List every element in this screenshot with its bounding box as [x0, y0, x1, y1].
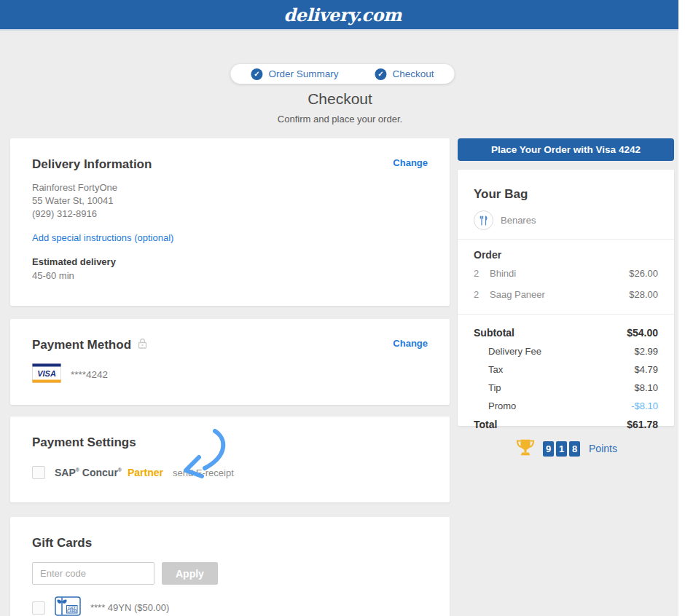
restaurant-name: Benares — [501, 215, 536, 226]
promo-value: -$8.10 — [631, 400, 658, 411]
divider — [458, 239, 674, 240]
masked-card-number: ****4242 — [71, 369, 108, 380]
trophy-icon — [514, 436, 536, 461]
step-label: Checkout — [392, 68, 434, 79]
fee-label: Tax — [474, 364, 634, 375]
place-order-button[interactable]: Place Your Order with Visa 4242 — [458, 138, 674, 161]
gift-icon-line2: CARD — [67, 609, 77, 613]
address-street: 55 Water St, 10041 — [32, 194, 428, 208]
address-phone: (929) 312-8916 — [32, 208, 428, 221]
gift-card-checkbox[interactable] — [32, 601, 45, 615]
change-payment-link[interactable]: Change — [393, 338, 428, 349]
visa-wordmark: VISA — [37, 369, 56, 378]
check-circle-icon: ✓ — [375, 68, 386, 80]
lock-icon — [138, 338, 147, 352]
add-special-instructions-link[interactable]: Add special instructions (optional) — [32, 232, 428, 243]
subtotal-label: Subtotal — [474, 327, 627, 339]
partner-word: Partner — [128, 467, 163, 478]
ereceipt-checkbox[interactable] — [32, 466, 45, 479]
points-digit: 9 — [543, 441, 554, 457]
gift-code-input[interactable] — [32, 562, 154, 585]
annotation-arrow-icon — [177, 427, 237, 491]
points-widget: 9 1 8 Points — [458, 433, 674, 465]
subtotal-row: Subtotal $54.00 — [474, 323, 658, 342]
item-quantity: 2 — [474, 289, 483, 300]
tip-row: Tip $8.10 — [474, 379, 658, 397]
gift-cards-title: Gift Cards — [32, 536, 428, 550]
visa-card-icon: VISA — [32, 363, 61, 386]
item-name: Saag Paneer — [490, 289, 629, 300]
points-counter: 9 1 8 — [543, 441, 580, 457]
delivery-information-card: Delivery Information Change Rainforest F… — [10, 138, 450, 306]
step-order-summary[interactable]: ✓ Order Summary — [251, 68, 338, 80]
fee-value: $8.10 — [634, 382, 658, 393]
item-price: $26.00 — [629, 268, 658, 279]
gift-card-icon: GIFT CARD — [55, 596, 81, 616]
brand-logo[interactable]: delivery.com — [283, 4, 402, 25]
points-digit: 8 — [569, 441, 580, 457]
fee-label: Delivery Fee — [474, 346, 634, 357]
gift-card-masked-label: **** 49YN ($50.00) — [90, 602, 169, 613]
fee-value: $4.79 — [634, 364, 658, 375]
page-right-gutter — [678, 0, 685, 616]
change-delivery-link[interactable]: Change — [393, 157, 428, 168]
total-label: Total — [474, 419, 627, 430]
delivery-information-title: Delivery Information — [32, 157, 152, 172]
step-checkout[interactable]: ✓ Checkout — [375, 68, 434, 80]
total-row: Total $61.78 — [474, 415, 658, 434]
fee-value: $2.99 — [634, 346, 658, 357]
item-price: $28.00 — [629, 289, 658, 300]
delivery-address: Rainforest FortyOne 55 Water St, 10041 (… — [32, 181, 428, 221]
tax-row: Tax $4.79 — [474, 360, 658, 379]
item-name: Bhindi — [490, 268, 629, 279]
payment-method-card: Payment Method Change VISA ****4242 — [10, 319, 450, 405]
gift-cards-card: Gift Cards Apply GIFT CARD **** 49YN ($5… — [10, 517, 450, 616]
total-value: $61.78 — [627, 419, 658, 430]
check-circle-icon: ✓ — [251, 68, 262, 80]
concur-word: Concur — [82, 467, 118, 478]
order-item-row: 2 Bhindi $26.00 — [474, 263, 658, 284]
page-subtitle: Confirm and place your order. — [0, 114, 680, 125]
estimated-delivery-label: Estimated delivery — [32, 256, 428, 267]
delivery-fee-row: Delivery Fee $2.99 — [474, 342, 658, 360]
order-section-label: Order — [474, 249, 658, 261]
page-title: Checkout — [0, 90, 680, 108]
estimated-delivery-value: 45-60 min — [32, 270, 428, 281]
your-bag-title: Your Bag — [474, 187, 658, 202]
divider — [458, 314, 674, 315]
points-label[interactable]: Points — [589, 443, 617, 454]
subtotal-value: $54.00 — [627, 327, 658, 339]
step-label: Order Summary — [268, 68, 338, 79]
sap-concur-partner-logo: SAP® Concur® Partner — [55, 467, 163, 478]
progress-steps: ✓ Order Summary ✓ Checkout — [230, 64, 454, 84]
order-item-row: 2 Saag Paneer $28.00 — [474, 284, 658, 305]
fee-label: Tip — [474, 382, 634, 393]
app-header: delivery.com — [0, 0, 685, 31]
registered-mark: ® — [118, 467, 122, 473]
address-name: Rainforest FortyOne — [32, 181, 428, 194]
points-digit: 1 — [556, 441, 567, 457]
promo-row: Promo -$8.10 — [474, 397, 658, 415]
payment-method-title: Payment Method — [32, 338, 131, 352]
registered-mark: ® — [76, 467, 79, 473]
item-quantity: 2 — [474, 268, 483, 279]
apply-gift-code-button[interactable]: Apply — [162, 562, 218, 585]
restaurant-utensils-icon — [474, 210, 493, 230]
fee-label: Promo — [474, 400, 631, 411]
your-bag-card: Your Bag Benares Order 2 Bhindi $26.00 2… — [458, 170, 674, 426]
sap-word: SAP — [55, 467, 76, 478]
restaurant-row[interactable]: Benares — [474, 210, 658, 230]
